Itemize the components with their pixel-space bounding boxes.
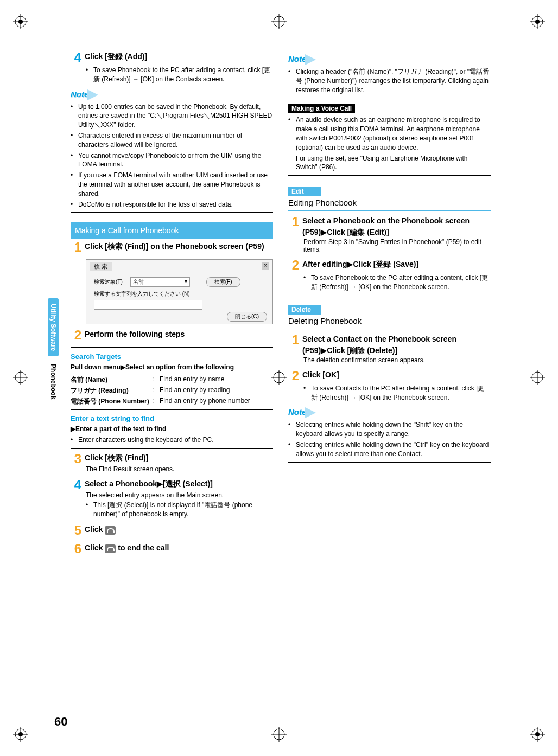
options-table: 名前 (Name):Find an entry by name フリガナ (Re… [71,375,273,406]
step-title: Select a Phonebook▶[選択 (Select)] [85,478,273,490]
chevron-icon [305,407,316,418]
crop-mark [13,370,28,385]
body-text: For using the set, see "Using an Earphon… [296,154,491,172]
note-text: If you use a FOMA terminal with another … [78,171,273,198]
bullet-icon: • [303,273,311,292]
step-title: to end the call [116,543,169,552]
option-name: 電話番号 (Phone Number) [71,397,152,406]
note-text: You cannot move/copy Phonebook to or fro… [78,151,273,170]
divider [288,175,491,176]
bullet-text: This [選択 (Select)] is not displayed if "… [93,501,273,519]
note-text: Characters entered in excess of the maxi… [78,131,273,150]
bullet-icon: • [86,501,93,519]
page-number: 60 [54,715,67,729]
close-button[interactable]: 閉じる(C) [227,312,267,322]
step-number: 5 [71,524,81,537]
option-name: フリガナ (Reading) [71,386,152,395]
note-label: Note [71,89,273,100]
bullet-icon: • [71,200,78,209]
instruction: Pull down menu▶Select an option from the… [71,363,234,371]
bullet-icon: • [71,102,78,130]
bullet-icon: • [288,420,296,439]
step-number: 2 [288,259,299,272]
note-text: Selecting entries while holding down the… [296,440,491,459]
step-number: 4 [71,478,81,491]
bullet-icon: • [71,435,78,445]
divider [71,409,273,410]
dialog-text-input[interactable] [94,300,202,310]
section-tag: Edit [288,187,321,196]
divider [71,347,273,348]
crop-mark [530,727,545,742]
bullet-icon: • [288,67,296,94]
step-title: After editing▶Click [登録 (Save)] [302,259,491,270]
note-text: Up to 1,000 entries can be saved in the … [78,102,273,130]
section-tag: Delete [288,305,321,315]
dialog-label: 検索する文字列を入力してください (N) [94,290,190,298]
call-icon [105,526,116,535]
bullet-icon: • [303,384,311,402]
dialog-dropdown[interactable]: 名前▾ [130,277,190,287]
option-desc: Find an entry by phone number [160,397,273,406]
bullet-text: An audio device such as an earphone micr… [296,116,491,152]
sub-heading: Enter a text string to find [71,414,273,422]
find-button[interactable]: 検索(F) [206,277,240,287]
bullet-icon: • [288,116,296,152]
step-number: 2 [71,329,81,342]
bullet-text: To save Phonebook to the PC after editin… [311,273,491,292]
step-title: Click [登録 (Add)] [85,51,273,62]
crop-mark [271,14,287,29]
note-text: DoCoMo is not responsible for the loss o… [78,200,233,209]
step-number: 4 [71,51,81,64]
bullet-icon: • [86,66,93,84]
option-desc: Find an entry by reading [160,386,273,395]
bullet-icon: • [71,131,78,150]
step-title: Perform the following steps [85,329,273,340]
step-title: Click [OK] [302,369,491,381]
step-body: Perform Step 3 in "Saving Entries in Pho… [303,238,491,253]
right-column: Note •Clicking a header ("名前 (Name)", "フ… [288,49,491,561]
note-text: Clicking a header ("名前 (Name)", "フリガナ (R… [296,67,491,94]
crop-mark [13,14,28,29]
end-call-icon [105,544,116,553]
step-number: 6 [71,542,81,555]
step-title: Select a Phonebook on the Phonebook scre… [302,215,491,238]
note-label: Note [288,54,491,65]
divider [71,448,273,449]
dialog-title: 検 索 [90,262,112,271]
instruction: ▶Enter a part of the text to find [71,425,166,433]
step-number: 1 [288,334,299,347]
step-title: Select a Contact on the Phonebook screen… [302,334,491,356]
crop-mark [530,370,545,385]
crop-mark [271,727,287,742]
option-name: 名前 (Name) [71,375,152,385]
bullet-text: Enter characters using the keyboard of t… [78,435,213,445]
chevron-icon [305,54,316,65]
bullet-icon: • [71,151,78,170]
sub-heading: Search Targets [71,353,273,361]
bullet-icon: • [71,171,78,198]
bullet-text: To save Phonebook to the PC after adding… [93,66,273,84]
section-header: Making a Call from Phonebook [71,222,273,239]
tab-utility-software: Utility Software [48,298,59,356]
step-body: The Find Result screen opens. [86,465,273,473]
chevron-icon [87,89,98,100]
option-desc: Find an entry by name [160,375,273,385]
step-number: 1 [288,215,299,228]
step-number: 1 [71,241,81,254]
step-number: 3 [71,452,81,465]
crop-mark [530,14,545,29]
bullet-text: To save Contacts to the PC after deletin… [311,384,491,402]
step-title: Click [検索 (Find)] [85,452,273,464]
crop-mark [13,727,28,742]
dialog-screenshot: 検 索 × 検索対象(T) 名前▾ 検索(F) 検索する文字列を入力してください… [86,259,273,324]
step-body: The selected entry appears on the Main s… [86,491,273,499]
sub-section-tag: Making a Voice Call [288,104,355,113]
step-title: Click [検索 (Find)] on the Phonebook scree… [85,241,273,252]
side-tabs: Utility Software Phonebook [48,298,59,407]
left-column: 4Click [登録 (Add)] •To save Phonebook to … [71,49,273,561]
dialog-label: 検索対象(T) [94,278,123,286]
step-body: The deletion confirmation screen appears… [303,356,491,364]
close-icon[interactable]: × [262,262,269,270]
divider [71,212,273,213]
